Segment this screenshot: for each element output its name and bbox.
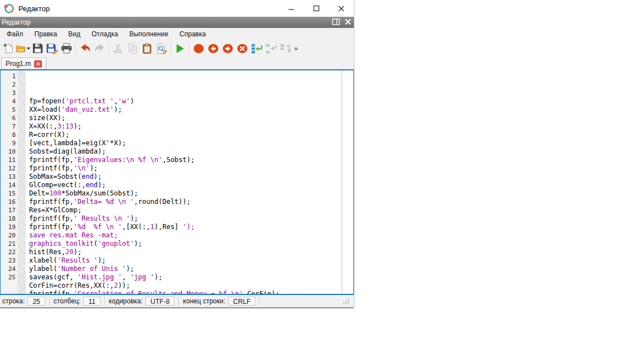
menu-run[interactable]: Выполнение [124,29,174,39]
code-token: fprintf(fp, [29,290,73,294]
tab-close-icon[interactable]: ✕ [34,60,42,68]
code-token: end [82,173,94,180]
titlebar[interactable]: Редактор [0,0,354,17]
code-token: ,Sobst); [162,156,195,164]
code-line-2[interactable]: XX=load('dan_vuz.txt'); [26,106,353,114]
panel-titlebar[interactable]: Редактор [0,17,354,28]
status-column-label: столбец: [54,297,80,305]
code-line-6[interactable]: [vect,lambda]=eig(X'*X); [26,139,353,147]
code-line-7[interactable]: Sobst=diag(lambda); [26,147,353,156]
code-line-21[interactable]: ylabel('Number of Unis '); [26,265,353,273]
code-line-20[interactable]: xlabel('Results '); [26,256,353,265]
print-icon[interactable] [59,41,74,56]
code-token: ); [74,122,82,130]
undo-icon[interactable] [78,41,92,56]
code-token: ); [94,173,102,180]
line-number: 12 [1,164,18,173]
redo-icon[interactable] [92,41,107,56]
step-in-icon[interactable] [264,41,278,56]
menu-view[interactable]: Вид [63,29,86,39]
close-button[interactable] [329,0,354,17]
status-line-label: строка: [2,297,25,305]
code-token: ); [130,215,138,222]
code-line-4[interactable]: X=XX(:,3:13); [26,122,353,131]
code-token: 'Correlation of Results and Money = %f \… [73,290,243,294]
code-line-22[interactable]: saveas(gcf, 'Hist.jpg ', 'jpg '); [26,273,353,282]
window-bottom-edge [0,307,354,308]
tab-prog1[interactable]: Prog1.m ✕ [1,58,46,69]
code-token: 'prtcl.txt ' [65,97,114,105]
code-line-12[interactable]: Delt=100*SobMax/sum(Sobst); [26,189,353,198]
line-number: 1 [1,72,18,80]
code-line-10[interactable]: SobMax=Sobst(end); [26,173,353,181]
step-out-icon[interactable] [278,41,293,56]
code-line-11[interactable]: GlComp=vect(:,end); [26,181,353,189]
resize-grip[interactable] [348,298,349,299]
maximize-button[interactable] [304,0,329,17]
menu-edit[interactable]: Правка [29,29,63,39]
line-number: 20 [1,231,18,240]
code-line-18[interactable]: graphics_toolkit('gnuplot'); [26,240,353,248]
code-token: GlComp=vect(:, [29,181,86,189]
code-token: 'Hist.jpg ' [78,273,122,281]
code-line-8[interactable]: fprintf(fp,'Eigenvalues:\n %f \n',Sobst)… [26,156,353,164]
save-file-icon[interactable] [30,41,45,56]
previous-breakpoint-icon[interactable] [206,41,220,56]
code-line-19[interactable]: hist(Res,20); [26,248,353,256]
new-script-icon[interactable] [1,41,16,56]
code-token: )); [118,282,130,289]
code-token: 'Results ' [58,256,98,264]
code-line-23[interactable]: CorFin=corr(Res,XX(:,2)); [26,282,353,290]
code-line-13[interactable]: fprintf(fp,'Delta= %d \n ',round(Delt)); [26,198,353,206]
code-line-5[interactable]: R=corr(X); [26,131,353,139]
toolbar-separator [75,42,76,55]
close-panel-icon[interactable] [344,17,352,27]
line-number: 25 [1,273,18,282]
status-encoding-value: UTF-8 [145,297,174,306]
menu-debug[interactable]: Отладка [86,29,124,39]
step-icon[interactable] [249,41,264,56]
code-line-14[interactable]: Res=X*GlComp; [26,206,353,215]
code-token: 'Eigenvalues:\n %f \n' [73,156,162,164]
code-line-3[interactable]: size(XX); [26,114,353,122]
menu-help[interactable]: Справка [174,29,211,39]
code-token: saveas(gcf, [29,273,78,281]
code-token: fprintf(fp, [29,164,73,172]
toolbar-separator [189,42,190,55]
code-token: ); [114,106,122,113]
code-area[interactable]: fp=fopen('prtcl.txt ','w')XX=load('dan_v… [26,70,353,294]
minimize-button[interactable] [278,0,304,17]
copy-icon[interactable] [125,41,140,56]
cut-icon[interactable] [111,41,125,56]
toolbar-overflow-chevron[interactable]: » [294,44,298,53]
status-eol-value: CRLF [228,297,255,306]
editor-window: Редактор Редактор ФайлПравкаВидОтладкаВы… [0,0,354,307]
find-replace-icon[interactable] [154,41,169,56]
code-line-24[interactable]: fprintf(fp,'Correlation of Results and M… [26,290,353,294]
toggle-breakpoint-icon[interactable] [191,41,206,56]
undock-panel-icon[interactable] [332,17,340,27]
code-token: : [61,122,65,130]
code-line-16[interactable]: fprintf(fp,'%d %f \n ',[XX(:,1),Res] '); [26,223,353,231]
code-line-9[interactable]: fprintf(fp,'\n'); [26,164,353,173]
paste-icon[interactable] [140,41,154,56]
breakpoint-margin[interactable] [18,70,26,294]
code-line-17[interactable]: save res.mat Res -mat; [26,231,353,240]
run-script-icon[interactable] [173,41,187,56]
status-eol-label: конец строки: [183,297,225,305]
save-file-as-icon[interactable] [45,41,59,56]
open-file-icon[interactable] [16,41,30,56]
code-line-15[interactable]: fprintf(fp,' Results \n '); [26,215,353,223]
line-number-gutter[interactable]: 1234567891011121314151617181920212223242… [1,70,18,294]
line-number: 7 [1,122,18,131]
code-line-1[interactable]: fp=fopen('prtcl.txt ','w') [26,97,353,106]
status-line-value: 25 [27,297,45,306]
code-token: 1 [150,223,154,231]
code-token: 'w' [118,97,130,105]
next-breakpoint-icon[interactable] [220,41,235,56]
menu-file[interactable]: Файл [1,29,29,39]
code-token: Res=X*GlComp; [29,206,82,214]
status-encoding-label: кодировка: [109,297,143,305]
remove-breakpoints-icon[interactable] [235,41,249,56]
line-number: 14 [1,181,18,189]
